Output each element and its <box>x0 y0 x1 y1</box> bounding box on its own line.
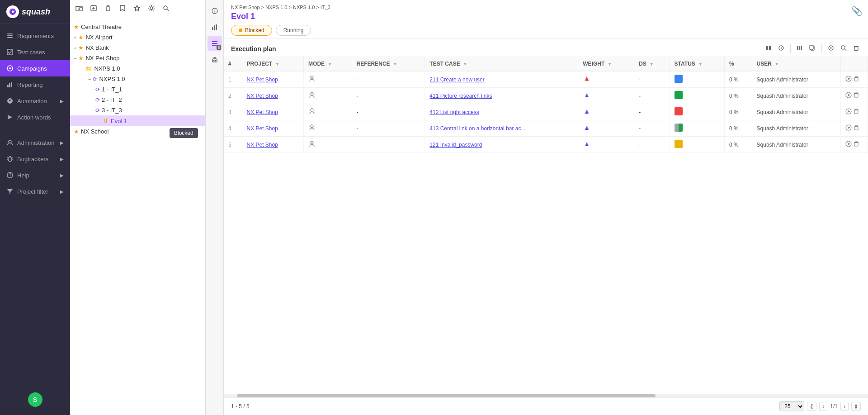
expand-icon[interactable]: + <box>74 45 76 51</box>
col-actions <box>841 57 868 71</box>
project-link[interactable]: NX Pet Shop <box>247 142 278 148</box>
tree-item-evol1[interactable]: ⏸ Evol 1 <box>70 115 205 126</box>
col-user[interactable]: USER ▼ <box>752 57 840 71</box>
test-case-link[interactable]: 411 Picture research links <box>429 93 492 99</box>
run-button[interactable] <box>845 108 852 116</box>
robot-panel-button[interactable] <box>208 52 222 67</box>
search-tree-button[interactable] <box>161 4 170 14</box>
add-folder-button[interactable] <box>75 4 84 14</box>
sidebar-item-help[interactable]: ? Help ▶ <box>0 167 70 183</box>
tree-content: ★ Central Theatre + ★ NX Airport + ★ NX … <box>70 18 205 415</box>
col-weight[interactable]: WEIGHT ▼ <box>578 57 634 71</box>
delete-row-action-button[interactable] <box>853 124 859 132</box>
star-button[interactable] <box>132 4 142 14</box>
delete-row-action-button[interactable] <box>853 108 859 116</box>
next-page-button[interactable]: › <box>840 402 849 411</box>
tree-item-it3[interactable]: ⟳ 3 - IT_3 <box>70 105 205 115</box>
tree-item-central-theatre[interactable]: ★ Central Theatre <box>70 22 205 32</box>
col-ds[interactable]: DS ▼ <box>634 57 670 71</box>
sidebar-item-test-cases[interactable]: Test cases <box>0 44 70 60</box>
sidebar-item-administration[interactable]: Administration ▶ <box>0 134 70 151</box>
col-test-case[interactable]: TEST CASE ▼ <box>425 57 578 71</box>
tree-item-nx-pet-shop[interactable]: − ★ NX Pet Shop <box>70 53 205 63</box>
tree-item-nxps-folder[interactable]: − 📁 NXPS 1.0 <box>70 63 205 74</box>
delete-row-button[interactable] <box>852 43 861 54</box>
collapse-icon[interactable]: − <box>74 56 76 61</box>
table-row: 2 NX Pet Shop - 411 Picture research lin… <box>224 88 868 104</box>
tree-item-it1[interactable]: ⟳ 1 - IT_1 <box>70 84 205 95</box>
test-case-link[interactable]: 121 Invalid_password <box>429 142 482 148</box>
project-link[interactable]: NX Pet Shop <box>247 76 278 83</box>
sidebar-item-action-words[interactable]: Action words <box>0 109 70 125</box>
history-button[interactable] <box>777 43 786 54</box>
run-button[interactable] <box>845 92 852 100</box>
collapse-icon[interactable]: − <box>81 66 84 72</box>
execution-table: # PROJECT ▼ MODE ▼ REFERENCE ▼ TEST CASE… <box>224 57 868 153</box>
project-link[interactable]: NX Pet Shop <box>247 125 278 132</box>
tree-item-nx-bank[interactable]: + ★ NX Bank <box>70 43 205 53</box>
search-table-button[interactable] <box>839 43 848 54</box>
sidebar-item-reporting[interactable]: Reporting <box>0 76 70 93</box>
status-indicator <box>675 140 683 148</box>
test-case-link[interactable]: 412 List right access <box>429 109 479 115</box>
test-case-link[interactable]: 413 Central link on a horizontal bar ac.… <box>429 125 525 132</box>
per-page-select[interactable]: 25 50 100 <box>779 401 804 411</box>
tree-item-it2[interactable]: ⟳ 2 - IT_2 <box>70 95 205 105</box>
tree-item-nxps-iter[interactable]: − ⟳ NXPS 1.0 <box>70 74 205 84</box>
expand-icon[interactable]: + <box>74 35 76 40</box>
user-avatar[interactable]: S <box>28 392 42 407</box>
project-link[interactable]: NX Pet Shop <box>247 109 278 115</box>
run-button[interactable] <box>845 124 852 132</box>
sidebar-item-bugtrackers[interactable]: Bugtrackers ▶ <box>0 151 70 167</box>
svg-point-12 <box>9 140 11 143</box>
tree-item-nx-airport[interactable]: + ★ NX Airport <box>70 32 205 43</box>
sidebar-item-automation[interactable]: Automation ▶ <box>0 93 70 109</box>
run-button[interactable] <box>845 141 852 148</box>
columns-button[interactable] <box>795 43 804 54</box>
row-status <box>670 104 724 120</box>
list-panel-button[interactable]: 5 <box>208 36 222 51</box>
sidebar-item-project-filter[interactable]: Project filter ▶ <box>0 183 70 200</box>
prev-page-button[interactable]: ‹ <box>819 402 827 411</box>
col-mode[interactable]: MODE ▼ <box>304 57 352 71</box>
svg-rect-10 <box>11 82 12 87</box>
project-link[interactable]: NX Pet Shop <box>247 93 278 99</box>
last-page-button[interactable]: ⟫ <box>851 402 861 411</box>
delete-button[interactable] <box>104 4 113 14</box>
run-button[interactable] <box>845 76 852 83</box>
copy-button[interactable] <box>808 43 817 54</box>
row-weight <box>578 71 634 88</box>
collapse-icon[interactable]: − <box>88 76 91 82</box>
add-iteration-button[interactable] <box>89 4 98 14</box>
col-status[interactable]: STATUS ▼ <box>670 57 724 71</box>
table-row: 1 NX Pet Shop - 211 Create a new user - … <box>224 71 868 88</box>
sidebar-item-campaigns[interactable]: Campaigns <box>0 60 70 76</box>
delete-row-action-button[interactable] <box>853 76 859 83</box>
main-header: NX Pet Shop > NXPS 1.0 > NXPS 1.0 > IT_3… <box>224 0 868 39</box>
status-blocked-button[interactable]: Blocked <box>231 25 272 36</box>
col-reference[interactable]: REFERENCE ▼ <box>352 57 425 71</box>
iteration-leaf-icon: ⟳ <box>95 107 100 114</box>
pause-button[interactable] <box>764 43 773 54</box>
info-panel-button[interactable]: i <box>208 4 222 18</box>
row-project: NX Pet Shop <box>242 88 304 104</box>
delete-row-action-button[interactable] <box>853 92 859 100</box>
stats-panel-button[interactable] <box>208 20 222 34</box>
attachment-icon[interactable]: 📎 <box>851 5 863 16</box>
chevron-right-icon: ▶ <box>60 157 64 162</box>
add-row-button[interactable] <box>826 43 835 54</box>
bookmark-button[interactable] <box>118 4 127 14</box>
settings-button[interactable] <box>147 4 156 14</box>
table-row: 5 NX Pet Shop - 121 Invalid_password - 0… <box>224 137 868 153</box>
sidebar-item-requirements[interactable]: Requirements <box>0 28 70 44</box>
test-case-link[interactable]: 211 Create a new user <box>429 76 484 83</box>
col-pct[interactable]: % <box>724 57 752 71</box>
first-page-button[interactable]: ⟪ <box>807 402 816 411</box>
row-mode <box>304 120 352 137</box>
delete-row-action-button[interactable] <box>853 141 859 148</box>
scroll-track[interactable] <box>224 394 868 397</box>
col-project[interactable]: PROJECT ▼ <box>242 57 304 71</box>
row-test-case: 412 List right access <box>425 104 578 120</box>
status-indicator <box>675 107 683 115</box>
status-running-button[interactable]: Running <box>276 25 311 36</box>
